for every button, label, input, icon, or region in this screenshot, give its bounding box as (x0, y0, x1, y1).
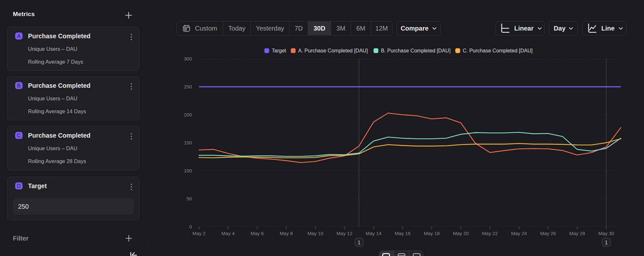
svg-text:May 26: May 26 (540, 231, 556, 236)
svg-text:May 20: May 20 (453, 231, 469, 236)
svg-text:May 22: May 22 (482, 231, 498, 236)
svg-text:250: 250 (184, 84, 192, 89)
svg-text:May 12: May 12 (336, 231, 352, 236)
svg-text:200: 200 (184, 112, 192, 117)
svg-text:May 10: May 10 (308, 231, 323, 236)
svg-text:300: 300 (184, 56, 192, 61)
svg-text:May 2: May 2 (193, 231, 206, 236)
svg-text:May 8: May 8 (280, 231, 293, 236)
svg-text:May 16: May 16 (395, 231, 411, 236)
svg-text:1: 1 (605, 240, 608, 246)
svg-text:0: 0 (189, 224, 192, 229)
svg-text:May 18: May 18 (424, 231, 440, 236)
svg-text:50: 50 (186, 196, 192, 201)
svg-text:May 28: May 28 (569, 231, 585, 236)
svg-text:150: 150 (184, 140, 192, 145)
svg-text:1: 1 (357, 240, 360, 246)
svg-text:May 14: May 14 (365, 231, 381, 236)
svg-text:May 6: May 6 (251, 231, 264, 236)
svg-text:May 24: May 24 (511, 231, 527, 236)
svg-text:100: 100 (184, 168, 192, 173)
svg-text:May 30: May 30 (598, 231, 614, 236)
svg-text:May 4: May 4 (222, 231, 235, 236)
